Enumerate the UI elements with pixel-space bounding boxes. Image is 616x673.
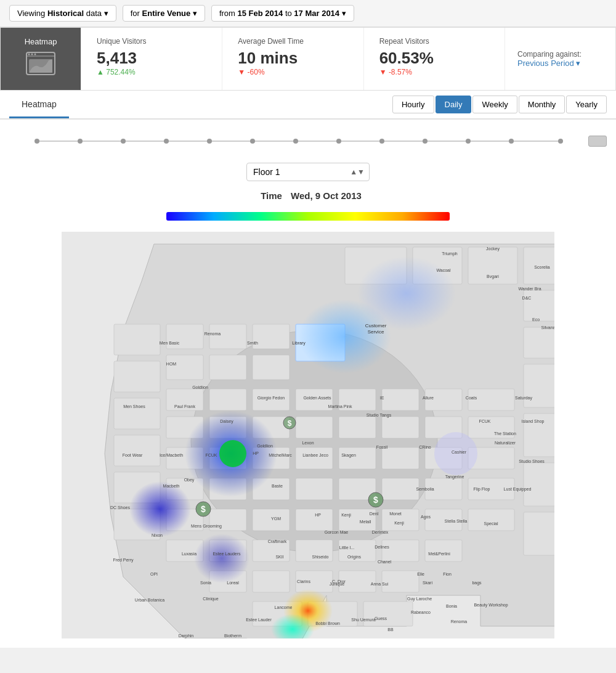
svg-text:C. Dior: C. Dior <box>332 579 346 584</box>
svg-text:Fossil: Fossil <box>376 445 388 449</box>
viewing-btn[interactable]: Viewing Historical data ▾ <box>9 5 116 22</box>
content-area: Floor 1 Floor 2 Floor 3 ▲▼ Time Wed, 9 O… <box>0 120 616 648</box>
venue-btn[interactable]: for Entire Venue ▾ <box>123 5 205 22</box>
svg-text:Mens Grooming: Mens Grooming <box>191 524 222 529</box>
svg-text:Clarins: Clarins <box>297 579 310 584</box>
comparing-link[interactable]: Previous Period ▾ <box>517 59 603 68</box>
svg-text:FCUK: FCUK <box>205 453 217 457</box>
svg-rect-31 <box>524 463 554 506</box>
svg-rect-39 <box>166 324 203 349</box>
avg-dwell-label: Average Dwell Time <box>238 37 347 46</box>
svg-rect-33 <box>114 324 160 355</box>
svg-text:Agos: Agos <box>421 515 431 520</box>
svg-rect-75 <box>382 478 419 500</box>
svg-text:Estee Lauder: Estee Lauder <box>246 618 272 622</box>
tab-daily[interactable]: Daily <box>436 96 472 113</box>
svg-rect-47 <box>209 389 246 410</box>
svg-text:Skagen: Skagen <box>341 453 356 458</box>
svg-rect-28 <box>524 327 554 358</box>
comparing-label: Comparing against: <box>517 50 603 59</box>
time-value: Wed, 9 Oct 2013 <box>291 190 362 201</box>
svg-text:Kenji: Kenji <box>341 513 351 518</box>
svg-text:Goldlion: Goldlion <box>192 385 208 390</box>
tab-weekly[interactable]: Weekly <box>472 96 517 113</box>
stats-bar: Heatmap Unique Visitors 5,413 ▲ 752.44% … <box>0 27 616 91</box>
svg-text:Mel&Perlini: Mel&Perlini <box>428 552 450 556</box>
svg-text:Estee Lauders: Estee Lauders <box>213 552 241 556</box>
main-tab[interactable]: Heatmap <box>9 92 69 118</box>
svg-text:Silvana: Silvana <box>541 325 554 330</box>
date-range-btn[interactable]: from 15 Feb 2014 to 17 Mar 2014 ▾ <box>211 5 354 22</box>
svg-text:SKII: SKII <box>275 555 283 559</box>
svg-point-18 <box>509 139 514 144</box>
tab-hourly[interactable]: Hourly <box>392 96 434 113</box>
venue-arrow: ▾ <box>193 9 197 18</box>
svg-point-11 <box>207 139 212 144</box>
svg-text:Delines: Delines <box>375 545 389 549</box>
svg-text:Monet: Monet <box>389 512 402 516</box>
svg-rect-43 <box>166 355 203 380</box>
time-display: Time Wed, 9 Oct 2013 <box>9 184 607 207</box>
svg-rect-36 <box>114 435 160 466</box>
svg-text:DC Shoes: DC Shoes <box>110 505 130 510</box>
svg-rect-44 <box>209 355 246 380</box>
unique-visitors-label: Unique Visitors <box>97 37 206 46</box>
svg-text:Gorcon Mae: Gorcon Mae <box>325 530 349 534</box>
svg-text:D&C: D&C <box>522 296 532 300</box>
unique-visitors-change: ▲ 752.44% <box>97 68 206 76</box>
svg-text:$: $ <box>288 419 292 428</box>
svg-text:HP: HP <box>315 513 321 517</box>
timeline-svg <box>28 135 588 147</box>
svg-text:HOM: HOM <box>166 362 177 366</box>
tab-monthly[interactable]: Monthly <box>519 96 565 113</box>
svg-text:bags: bags <box>472 581 482 585</box>
svg-text:Renoma: Renoma <box>205 332 221 336</box>
svg-text:Obey: Obey <box>184 478 195 483</box>
floor-select[interactable]: Floor 1 Floor 2 Floor 3 <box>246 163 370 181</box>
svg-text:Wacoal: Wacoal <box>436 268 451 272</box>
svg-text:Smith: Smith <box>247 341 258 345</box>
svg-text:Men Shoes: Men Shoes <box>123 404 145 409</box>
svg-text:Studio Shoes: Studio Shoes <box>519 459 545 463</box>
svg-text:Giorgio Fedon: Giorgio Fedon <box>257 396 285 401</box>
svg-text:Lexon: Lexon <box>302 441 314 445</box>
svg-text:FCUK: FCUK <box>479 419 490 423</box>
svg-rect-67 <box>382 447 419 469</box>
svg-rect-92 <box>425 540 462 561</box>
svg-point-7 <box>34 139 39 144</box>
svg-text:Biotherm: Biotherm <box>224 634 241 638</box>
svg-point-104 <box>129 481 191 537</box>
svg-text:Foot Wear: Foot Wear <box>123 453 143 457</box>
svg-text:Ice/Macbeth: Ice/Macbeth <box>160 453 183 457</box>
svg-text:Jockey: Jockey <box>486 247 500 251</box>
svg-text:BB: BB <box>387 627 394 632</box>
svg-point-12 <box>250 139 255 144</box>
floor-select-row: Floor 1 Floor 2 Floor 3 ▲▼ <box>9 153 607 184</box>
timeline-handle[interactable] <box>588 136 607 147</box>
svg-point-4 <box>34 54 36 55</box>
heatmap-container: $ $ $ Customer Service Triumph Jockey Bv… <box>62 232 554 638</box>
svg-text:$: $ <box>201 504 206 514</box>
svg-text:Loreal: Loreal <box>227 581 239 585</box>
unique-visitors-stat: Unique Visitors 5,413 ▲ 752.44% <box>81 28 222 90</box>
viewing-label: Viewing <box>17 9 45 18</box>
tab-yearly[interactable]: Yearly <box>566 96 607 113</box>
svg-text:Martina Pink: Martina Pink <box>328 404 352 409</box>
avg-dwell-value: 10 mins <box>238 49 347 68</box>
svg-text:Little I...: Little I... <box>339 545 355 550</box>
svg-point-105 <box>194 534 249 583</box>
svg-text:Sembolia: Sembolia <box>416 487 434 491</box>
svg-text:Denl: Denl <box>370 512 379 516</box>
tabs-row: Heatmap Hourly Daily Weekly Monthly Year… <box>0 91 616 120</box>
svg-text:Anna Sui: Anna Sui <box>371 582 389 586</box>
svg-rect-41 <box>253 324 290 349</box>
avg-dwell-change: ▼ -60% <box>238 68 347 76</box>
svg-text:Stella Stella: Stella Stella <box>445 519 468 523</box>
svg-text:Shu Uemura: Shu Uemura <box>351 618 375 622</box>
svg-text:OPI: OPI <box>150 572 158 576</box>
svg-rect-81 <box>296 509 333 531</box>
svg-rect-91 <box>382 540 419 561</box>
svg-text:Lust Equipped: Lust Equipped <box>504 487 532 492</box>
svg-rect-35 <box>114 398 160 429</box>
svg-text:Baste: Baste <box>272 484 283 488</box>
